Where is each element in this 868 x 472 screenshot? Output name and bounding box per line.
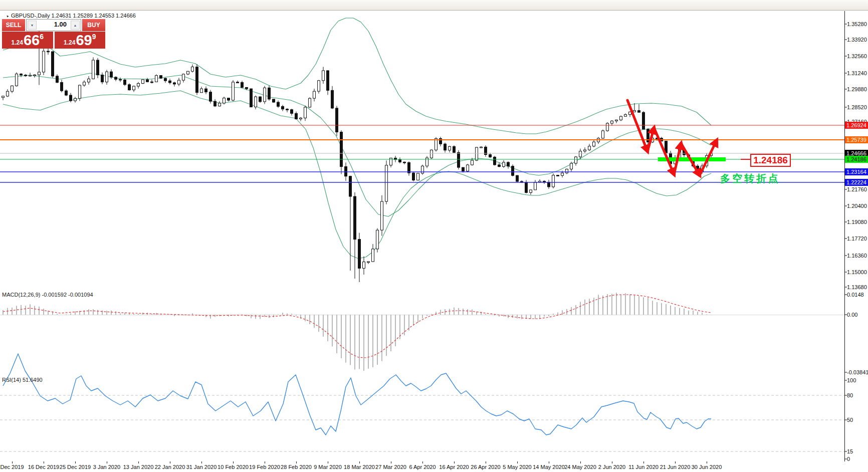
chart-marker-icon: ▲ bbox=[5, 14, 10, 18]
price-axis-label: 1.29880 bbox=[847, 86, 867, 92]
date-axis-label: Dec 2019 bbox=[0, 464, 24, 470]
date-axis-label: 6 Apr 2020 bbox=[409, 464, 436, 470]
date-axis-label: 25 Dec 2019 bbox=[60, 464, 91, 470]
sell-price-sup: 6 bbox=[40, 32, 44, 41]
price-axis-badge: 1.23164 bbox=[845, 168, 868, 175]
rsi-axis-label: 0 bbox=[847, 456, 850, 462]
rsi-axis-label: 80 bbox=[847, 392, 853, 398]
price-axis-label: 1.13680 bbox=[847, 284, 867, 290]
date-axis-label: 13 Jan 2020 bbox=[123, 464, 154, 470]
date-axis-label: 27 Mar 2020 bbox=[375, 464, 406, 470]
price-axis-badge: 1.24186 bbox=[845, 156, 868, 163]
date-axis-label: 16 Dec 2019 bbox=[28, 464, 59, 470]
date-axis-label: 28 Feb 2020 bbox=[281, 464, 312, 470]
rsi-axis-label: 15 bbox=[847, 448, 853, 454]
buy-button[interactable]: BUY bbox=[82, 19, 105, 31]
rsi-panel bbox=[0, 354, 844, 451]
price-axis-label: 1.35280 bbox=[847, 21, 867, 27]
price-axis-label: 1.21760 bbox=[847, 186, 867, 192]
price-axis-badge: 1.25739 bbox=[845, 136, 868, 143]
date-axis-label: 16 Apr 2020 bbox=[439, 464, 469, 470]
macd-indicator-label: MACD(12,26,9) -0.001592 -0.001094 bbox=[2, 292, 93, 298]
chart-symbol-title: ▲GBPUSD-,Daily 1.24631 1.25289 1.24553 1… bbox=[5, 13, 136, 19]
bollinger-bands bbox=[3, 18, 711, 259]
price-axis-label: 1.17720 bbox=[847, 235, 867, 242]
sell-price[interactable]: 1.24 66 6 bbox=[2, 32, 53, 49]
rsi-indicator-label: RSI(14) 51.6490 bbox=[2, 377, 43, 383]
date-axis-label: 5 May 2020 bbox=[503, 464, 531, 470]
date-axis-label: 14 May 2020 bbox=[533, 464, 565, 470]
annotation-text: 多空转折点 bbox=[720, 172, 780, 185]
price-axis-label: 1.32560 bbox=[847, 53, 867, 59]
sell-button[interactable]: SELL bbox=[2, 19, 25, 31]
date-axis-label: 10 Feb 2020 bbox=[218, 464, 249, 470]
date-axis-label: 18 Mar 2020 bbox=[344, 464, 375, 470]
rsi-axis-label: 100 bbox=[847, 377, 856, 383]
bollinger-lower bbox=[3, 91, 711, 259]
price-level-label: 1.24186 bbox=[750, 154, 791, 167]
price-axis-badge: 1.26924 bbox=[845, 122, 868, 129]
mt4-window: ▲GBPUSD-,Daily 1.24631 1.25289 1.24553 1… bbox=[0, 0, 868, 472]
candles bbox=[2, 29, 713, 282]
rsi-line bbox=[3, 354, 711, 435]
price-axis-label: 1.16360 bbox=[847, 253, 867, 259]
date-axis-label: 31 Jan 2020 bbox=[186, 464, 217, 470]
date-axis-label: 26 Apr 2020 bbox=[471, 464, 500, 470]
macd-axis-label: 0.0148 bbox=[847, 292, 864, 298]
date-axis-label: 11 Jun 2020 bbox=[628, 464, 659, 470]
toolbar bbox=[0, 0, 868, 11]
price-axis-label: 1.33920 bbox=[847, 37, 867, 43]
bollinger-upper bbox=[3, 18, 711, 134]
buy-price-sup: 9 bbox=[92, 32, 96, 41]
macd-panel bbox=[0, 293, 844, 371]
sell-price-prefix: 1.24 bbox=[12, 39, 23, 49]
volume-down-button[interactable]: ▼ bbox=[28, 21, 37, 30]
macd-signal-line bbox=[3, 295, 711, 358]
macd-axis-label: -0.038415 bbox=[847, 369, 868, 375]
volume-value[interactable]: 1.00 bbox=[38, 20, 70, 31]
macd-axis-label: 0.00 bbox=[847, 312, 857, 318]
price-axis-badge: 1.22224 bbox=[845, 179, 868, 186]
annotations bbox=[627, 100, 750, 175]
price-axis-label: 1.19080 bbox=[847, 219, 867, 225]
volume-field[interactable]: ▼ 1.00 ▲ bbox=[26, 19, 81, 31]
date-axis-label: 3 Jan 2020 bbox=[93, 464, 120, 470]
volume-up-button[interactable]: ▲ bbox=[71, 21, 80, 30]
price-axis-label: 1.28520 bbox=[847, 104, 867, 110]
buy-price-prefix: 1.24 bbox=[64, 39, 75, 49]
date-axis-label: 2 Jun 2020 bbox=[598, 464, 625, 470]
date-axis-label: 21 Jun 2020 bbox=[660, 464, 691, 470]
trend-arrow bbox=[654, 128, 674, 174]
one-click-trade-panel: SELL ▼ 1.00 ▲ BUY 1.24 66 6 1.24 69 9 bbox=[2, 19, 105, 49]
date-axis-label: 30 Jun 2020 bbox=[692, 464, 722, 470]
date-axis-label: 19 Feb 2020 bbox=[249, 464, 280, 470]
price-axis-label: 1.15000 bbox=[847, 269, 867, 275]
buy-price-big: 69 bbox=[76, 33, 92, 48]
price-axis-label: 1.20400 bbox=[847, 203, 867, 209]
price-chart-canvas bbox=[0, 11, 868, 472]
rsi-axis-label: 50 bbox=[847, 417, 853, 423]
date-axis-label: 9 Mar 2020 bbox=[314, 464, 342, 470]
date-axis-label: 22 Jan 2020 bbox=[155, 464, 185, 470]
sell-price-big: 66 bbox=[24, 33, 40, 48]
chart-area[interactable]: ▲GBPUSD-,Daily 1.24631 1.25289 1.24553 1… bbox=[0, 11, 868, 472]
date-axis-label: 24 May 2020 bbox=[564, 464, 596, 470]
buy-price[interactable]: 1.24 69 9 bbox=[55, 32, 106, 49]
price-axis-label: 1.31240 bbox=[847, 70, 867, 76]
